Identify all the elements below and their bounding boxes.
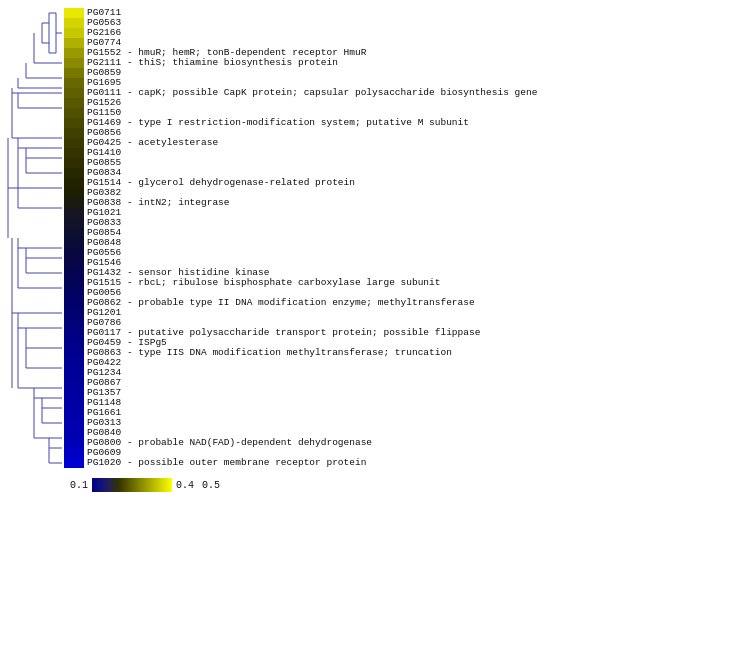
heat-cell — [64, 28, 84, 38]
heat-cell — [64, 318, 84, 328]
heat-cell — [64, 388, 84, 398]
table-row: PG0859 — [64, 68, 537, 78]
table-row: PG0867 — [64, 378, 537, 388]
table-row: PG0838 - intN2; integrase — [64, 198, 537, 208]
heat-cell — [64, 438, 84, 448]
heatmap-area: PG0711PG0563PG2166PG0774PG1552 - hmuR; h… — [4, 8, 733, 468]
table-row: PG0111 - capK; possible CapK protein; ca… — [64, 88, 537, 98]
heat-cell — [64, 58, 84, 68]
heat-cell — [64, 368, 84, 378]
heat-cell — [64, 118, 84, 128]
table-row: PG1514 - glycerol dehydrogenase-related … — [64, 178, 537, 188]
table-row: PG0563 — [64, 18, 537, 28]
table-row: PG0313 — [64, 418, 537, 428]
heat-cell — [64, 158, 84, 168]
table-row: PG1515 - rbcL; ribulose bisphosphate car… — [64, 278, 537, 288]
table-row: PG2166 — [64, 28, 537, 38]
table-row: PG1234 — [64, 368, 537, 378]
heat-cell — [64, 108, 84, 118]
heat-cell — [64, 308, 84, 318]
heat-cell — [64, 68, 84, 78]
heat-cell — [64, 398, 84, 408]
table-row: PG1357 — [64, 388, 537, 398]
heat-cell — [64, 18, 84, 28]
heat-cell — [64, 128, 84, 138]
table-row: PG0848 — [64, 238, 537, 248]
heat-cell — [64, 48, 84, 58]
table-row: PG0833 — [64, 218, 537, 228]
table-row: PG1021 — [64, 208, 537, 218]
rows-container: PG0711PG0563PG2166PG0774PG1552 - hmuR; h… — [64, 8, 537, 468]
heat-cell — [64, 378, 84, 388]
heat-cell — [64, 78, 84, 88]
heat-cell — [64, 408, 84, 418]
table-row: PG2111 - thiS; thiamine biosynthesis pro… — [64, 58, 537, 68]
heat-cell — [64, 248, 84, 258]
heat-cell — [64, 148, 84, 158]
main-container: PG0711PG0563PG2166PG0774PG1552 - hmuR; h… — [0, 0, 737, 500]
heat-cell — [64, 328, 84, 338]
row-label: PG1020 - possible outer membrane recepto… — [84, 458, 366, 468]
heat-cell — [64, 458, 84, 468]
legend-gradient — [92, 478, 172, 492]
heat-cell — [64, 208, 84, 218]
row-label: PG0862 - probable type II DNA modificati… — [84, 298, 475, 308]
heat-cell — [64, 258, 84, 268]
legend-label-01: 0.1 — [70, 480, 88, 491]
table-row: PG1661 — [64, 408, 537, 418]
heat-cell — [64, 38, 84, 48]
heat-cell — [64, 338, 84, 348]
table-row: PG0855 — [64, 158, 537, 168]
table-row: PG0800 - probable NAD(FAD)-dependent deh… — [64, 438, 537, 448]
heat-cell — [64, 138, 84, 148]
heat-cell — [64, 98, 84, 108]
table-row: PG0863 - type IIS DNA modification methy… — [64, 348, 537, 358]
heat-cell — [64, 168, 84, 178]
heat-cell — [64, 418, 84, 428]
heat-cell — [64, 228, 84, 238]
heat-cell — [64, 218, 84, 228]
table-row: PG0711 — [64, 8, 537, 18]
row-label: PG1515 - rbcL; ribulose bisphosphate car… — [84, 278, 440, 288]
legend-label-04: 0.4 — [176, 480, 194, 491]
heat-cell — [64, 288, 84, 298]
row-label: PG1469 - type I restriction-modification… — [84, 118, 469, 128]
heat-cell — [64, 178, 84, 188]
heat-cell — [64, 238, 84, 248]
heat-cell — [64, 188, 84, 198]
table-row: PG0425 - acetylesterase — [64, 138, 537, 148]
heat-cell — [64, 358, 84, 368]
heat-cell — [64, 268, 84, 278]
heat-cell — [64, 428, 84, 438]
table-row: PG1020 - possible outer membrane recepto… — [64, 458, 537, 468]
heat-cell — [64, 448, 84, 458]
table-row: PG1526 — [64, 98, 537, 108]
row-label: PG2111 - thiS; thiamine biosynthesis pro… — [84, 58, 338, 68]
legend-label-05: 0.5 — [202, 480, 220, 491]
table-row: PG1469 - type I restriction-modification… — [64, 118, 537, 128]
table-row: PG0422 — [64, 358, 537, 368]
heat-cell — [64, 278, 84, 288]
heat-cell — [64, 8, 84, 18]
table-row: PG1148 — [64, 398, 537, 408]
row-label: PG0800 - probable NAD(FAD)-dependent deh… — [84, 438, 372, 448]
dendrogram-svg — [4, 8, 64, 468]
row-label: PG0111 - capK; possible CapK protein; ca… — [84, 88, 537, 98]
heat-cell — [64, 88, 84, 98]
heat-cell — [64, 348, 84, 358]
table-row: PG0854 — [64, 228, 537, 238]
table-row: PG0556 — [64, 248, 537, 258]
heat-cell — [64, 298, 84, 308]
table-row: PG0862 - probable type II DNA modificati… — [64, 298, 537, 308]
row-label: PG0863 - type IIS DNA modification methy… — [84, 348, 452, 358]
legend-area: 0.1 0.4 0.5 — [66, 478, 733, 492]
heat-cell — [64, 198, 84, 208]
table-row: PG1201 — [64, 308, 537, 318]
row-label: PG1514 - glycerol dehydrogenase-related … — [84, 178, 355, 188]
table-row: PG1410 — [64, 148, 537, 158]
